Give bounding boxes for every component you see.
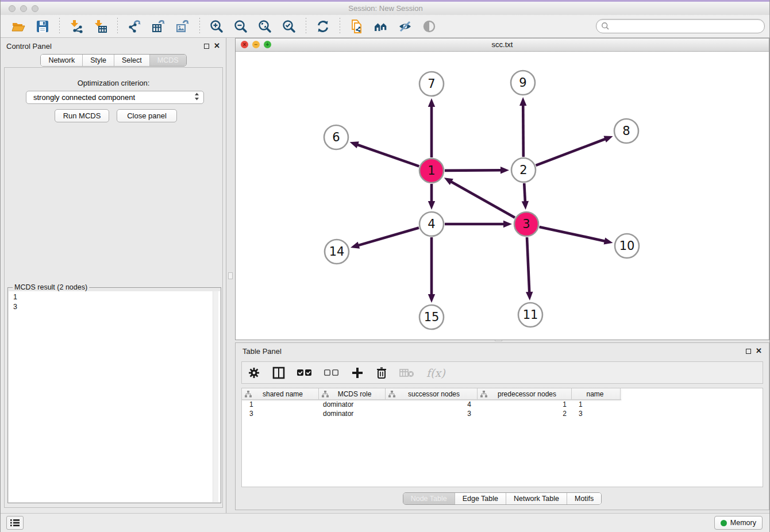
graph-node-label: 6 xyxy=(332,130,340,144)
result-scrollbar[interactable] xyxy=(213,291,218,502)
tab-network[interactable]: Network xyxy=(41,55,82,66)
graph-edge-1-6[interactable] xyxy=(357,145,419,167)
graph-edge-arrowhead xyxy=(526,292,533,300)
graph-edge-3-11[interactable] xyxy=(527,237,529,293)
zoom-out-icon[interactable] xyxy=(232,18,249,35)
network-canvas[interactable]: 7968124314101511 xyxy=(236,52,769,340)
tab-edge-table[interactable]: Edge Table xyxy=(455,493,506,504)
column-header-name[interactable]: name xyxy=(572,388,621,399)
tab-select[interactable]: Select xyxy=(114,55,149,66)
open-session-icon[interactable] xyxy=(10,18,27,35)
add-column-icon[interactable] xyxy=(351,365,364,380)
graph-node-label: 7 xyxy=(428,77,435,91)
minimize-traffic-light[interactable] xyxy=(20,5,27,12)
zoom-in-icon[interactable] xyxy=(208,18,225,35)
graph-edge-2-9[interactable] xyxy=(523,105,523,157)
memory-button[interactable]: Memory xyxy=(714,516,763,530)
task-history-button[interactable] xyxy=(6,516,24,530)
graph-edge-2-8[interactable] xyxy=(536,138,606,165)
float-panel-icon[interactable] xyxy=(204,44,209,49)
import-table-icon[interactable] xyxy=(92,18,109,35)
column-layout-icon[interactable] xyxy=(272,365,285,380)
graph-node-label: 1 xyxy=(428,164,435,178)
graph-edge-4-14[interactable] xyxy=(357,228,418,245)
show-all-icon[interactable] xyxy=(421,18,438,35)
network-minimize-icon[interactable]: − xyxy=(252,41,260,48)
delete-column-icon[interactable] xyxy=(376,365,387,380)
control-panel-title: Control Panel xyxy=(6,42,52,51)
table-header: shared name MCDS role successor nodes pr… xyxy=(242,388,621,400)
tab-network-table[interactable]: Network Table xyxy=(506,493,567,504)
export-image-icon[interactable] xyxy=(174,18,191,35)
graph-edge-arrowhead xyxy=(519,97,526,106)
close-traffic-light[interactable] xyxy=(9,5,16,12)
mcds-result-list[interactable]: 1 3 xyxy=(9,291,220,502)
graph-edge-arrowhead xyxy=(522,201,529,210)
result-item[interactable]: 3 xyxy=(13,302,220,312)
graph-node-label: 15 xyxy=(424,310,440,324)
run-mcds-button[interactable]: Run MCDS xyxy=(55,109,109,122)
graph-edge-3-10[interactable] xyxy=(539,227,605,241)
column-header-predecessor-nodes[interactable]: predecessor nodes xyxy=(478,388,572,399)
column-header-successor-nodes[interactable]: successor nodes xyxy=(386,388,478,399)
node-table: shared name MCDS role successor nodes pr… xyxy=(241,388,763,487)
search-input[interactable] xyxy=(610,21,764,32)
mcds-result-title: MCDS result (2 nodes) xyxy=(13,283,89,291)
result-item[interactable]: 1 xyxy=(13,292,220,302)
toolbar-separator xyxy=(340,18,340,35)
graph-node-label: 2 xyxy=(519,163,527,177)
table-row[interactable]: 1 dominator 4 1 1 xyxy=(242,400,763,409)
graph-node-label: 10 xyxy=(619,239,635,253)
export-table-icon[interactable] xyxy=(150,18,167,35)
hide-selected-icon[interactable] xyxy=(396,18,414,35)
column-header-mcds-role[interactable]: MCDS role xyxy=(319,388,386,399)
graph-edge-1-2[interactable] xyxy=(445,170,502,171)
graph-edge-arrowhead xyxy=(428,294,435,303)
mcds-result-box: MCDS result (2 nodes) 1 3 xyxy=(7,287,221,503)
close-panel-icon[interactable]: ✕ xyxy=(214,43,220,49)
search-icon xyxy=(601,22,610,30)
duplicate-network-icon[interactable] xyxy=(348,18,365,35)
zoom-selected-icon[interactable] xyxy=(280,18,298,35)
column-type-icon xyxy=(480,391,487,398)
network-view-titlebar[interactable]: × − + scc.txt xyxy=(236,38,769,52)
settings-gear-icon[interactable] xyxy=(248,365,260,380)
tab-motifs[interactable]: Motifs xyxy=(567,493,601,504)
network-close-icon[interactable]: × xyxy=(241,41,248,48)
export-network-icon[interactable] xyxy=(126,18,143,35)
graph-edge-arrowhead xyxy=(428,201,435,210)
zoom-traffic-light[interactable] xyxy=(32,5,38,12)
select-all-icon[interactable] xyxy=(297,365,312,380)
graph-node-label: 9 xyxy=(519,76,526,90)
zoom-fit-icon[interactable] xyxy=(256,18,274,35)
save-session-icon[interactable] xyxy=(34,18,51,35)
optimization-criterion-select[interactable]: strongly connected component xyxy=(26,91,204,104)
tab-mcds[interactable]: MCDS xyxy=(149,55,186,66)
window-title: Session: New Session xyxy=(1,2,770,15)
graph-edge-arrowhead xyxy=(351,242,360,249)
deselect-all-icon[interactable] xyxy=(324,365,339,380)
list-icon xyxy=(10,519,20,527)
import-network-icon[interactable] xyxy=(68,18,85,35)
graph-edge-2-3[interactable] xyxy=(524,183,525,202)
table-row[interactable]: 3 dominator 3 2 3 xyxy=(242,409,763,418)
tab-node-table[interactable]: Node Table xyxy=(403,493,455,504)
search-field[interactable] xyxy=(596,19,765,33)
vertical-splitter-handle[interactable] xyxy=(228,272,233,279)
close-table-panel-icon[interactable]: ✕ xyxy=(756,348,762,354)
first-neighbors-icon[interactable] xyxy=(372,18,390,35)
main-titlebar: Session: New Session xyxy=(1,2,770,16)
tab-style[interactable]: Style xyxy=(82,55,114,66)
graph-node-label: 8 xyxy=(622,124,630,138)
status-bar: Memory xyxy=(1,513,770,532)
column-type-icon xyxy=(322,391,329,398)
network-zoom-icon[interactable]: + xyxy=(264,41,271,48)
optimization-criterion-label: Optimization criterion: xyxy=(1,79,226,87)
float-table-panel-icon[interactable] xyxy=(746,349,751,354)
graph-edge-3-1[interactable] xyxy=(451,182,515,218)
graph-edge-arrowhead xyxy=(428,98,435,107)
apply-layout-icon[interactable] xyxy=(314,18,332,35)
column-type-icon xyxy=(245,391,252,398)
close-panel-button[interactable]: Close panel xyxy=(117,109,177,122)
column-header-shared-name[interactable]: shared name xyxy=(242,388,319,399)
